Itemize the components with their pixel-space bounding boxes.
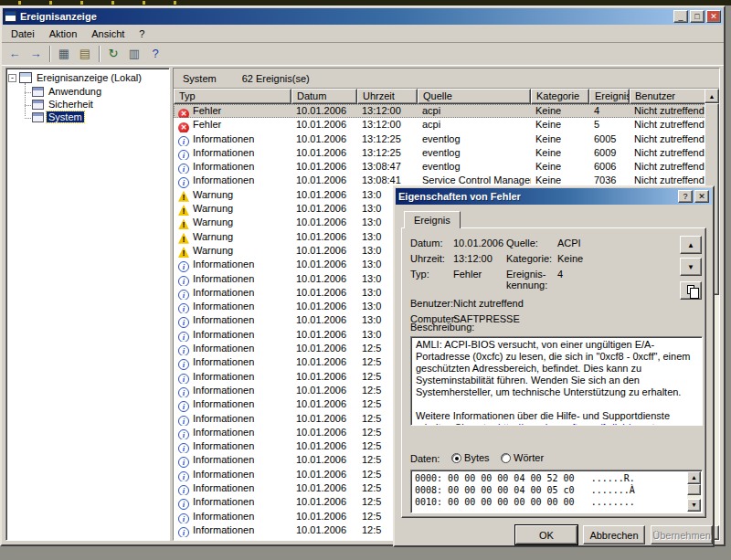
cell-datum: 10.01.2006: [291, 202, 357, 216]
cell-datum: 10.01.2006: [291, 160, 357, 174]
menu-datei[interactable]: Datei: [4, 26, 42, 41]
uhrzeit-label: Uhrzeit:: [410, 253, 445, 264]
toolbar-help-button[interactable]: ?: [145, 44, 165, 64]
menu-aktion[interactable]: Aktion: [42, 26, 85, 41]
sidebar-item-system[interactable]: System: [21, 111, 169, 123]
cell-uhrzeit: 13:12:00: [357, 118, 418, 132]
info-icon: i: [178, 317, 189, 327]
dialog-titlebar[interactable]: Eigenschaften von Fehler ? ✕: [396, 188, 712, 205]
radio-woerter-icon[interactable]: [501, 453, 511, 463]
cell-ereignis: 6006: [589, 160, 630, 174]
info-icon: i: [178, 177, 189, 187]
menu-help[interactable]: ?: [132, 26, 152, 41]
cell-datum: 10.01.2006: [291, 439, 357, 453]
cell-datum: 10.01.2006: [291, 313, 357, 327]
copy-to-clipboard-button[interactable]: [680, 281, 702, 300]
kategorie-label: Kategorie:: [506, 253, 552, 264]
column-header-uhrzeit[interactable]: Uhrzeit: [357, 89, 418, 104]
cell-kategorie: Keine: [531, 146, 589, 160]
close-button[interactable]: ✕: [706, 10, 721, 23]
hex-scrollbar[interactable]: ▲ ▼: [687, 471, 701, 512]
toolbar-export-list-button[interactable]: ▥: [124, 44, 144, 64]
cell-datum: 10.01.2006: [291, 104, 357, 118]
event-row[interactable]: iInformationen10.01.200613:08:47eventlog…: [174, 160, 719, 174]
cancel-button[interactable]: Abbrechen: [583, 525, 645, 544]
hex-scroll-down-icon[interactable]: ▼: [687, 499, 701, 512]
event-row[interactable]: ✕Fehler10.01.200613:12:00acpiKeine5Nicht…: [174, 118, 719, 132]
hex-scroll-up-icon[interactable]: ▲: [687, 471, 701, 484]
dialog-close-button[interactable]: ✕: [694, 190, 709, 203]
tab-ereignis[interactable]: Ereignis: [404, 211, 461, 228]
info-icon: i: [178, 499, 189, 509]
event-type-label: Warnung: [193, 203, 233, 214]
cell-datum: 10.01.2006: [291, 272, 357, 286]
scroll-up-icon[interactable]: ▲: [705, 89, 719, 103]
info-icon: i: [178, 485, 189, 495]
window-titlebar[interactable]: Ereignisanzeige _ □ ✕: [3, 8, 723, 25]
previous-event-button[interactable]: ▲: [680, 236, 702, 254]
column-header-kategorie[interactable]: Kategorie: [531, 89, 589, 104]
radio-bytes[interactable]: Bytes: [451, 452, 490, 463]
column-header-quelle[interactable]: Quelle: [418, 89, 531, 104]
sidebar-item-ereignisanzeige-lokal[interactable]: - Ereignisanzeige (Lokal): [6, 70, 169, 85]
menu-ansicht[interactable]: Ansicht: [84, 26, 132, 41]
event-row[interactable]: iInformationen10.01.200613:12:25eventlog…: [174, 146, 719, 160]
cell-typ: !Warnung: [174, 244, 291, 258]
cell-typ: iInformationen: [174, 286, 291, 300]
minimize-button[interactable]: _: [673, 10, 688, 23]
cell-datum: 10.01.2006: [291, 426, 357, 439]
cell-typ: iInformationen: [174, 510, 291, 523]
cell-typ: iInformationen: [174, 342, 291, 355]
cell-typ: iInformationen: [174, 384, 291, 397]
column-header-typ[interactable]: Typ: [174, 89, 291, 104]
info-icon: i: [178, 290, 189, 300]
result-item-count: 62 Ereignis(se): [242, 73, 310, 84]
benutzer-value: Nicht zutreffend: [453, 298, 524, 309]
column-header-benutzer[interactable]: Benutzer: [630, 89, 707, 104]
cell-typ: iInformationen: [174, 258, 291, 271]
cell-datum: 10.01.2006: [291, 244, 357, 258]
tree-expander-icon[interactable]: -: [8, 74, 16, 82]
cell-datum: 10.01.2006: [291, 384, 357, 397]
toolbar-forward-button[interactable]: →: [26, 44, 46, 64]
cell-quelle: acpi: [418, 118, 531, 132]
cell-typ: iInformationen: [174, 439, 291, 453]
cell-typ: !Warnung: [174, 216, 291, 229]
event-row[interactable]: ✕Fehler10.01.200613:12:00acpiKeine4Nicht…: [174, 104, 719, 118]
sidebar-item-anwendung[interactable]: Anwendung: [21, 85, 169, 98]
info-icon: i: [178, 527, 189, 537]
warning-icon: !: [178, 247, 189, 258]
hex-scrollbar-thumb[interactable]: [687, 484, 701, 495]
cell-datum: 10.01.2006: [291, 328, 357, 342]
toolbar-refresh-button[interactable]: ↻: [103, 44, 123, 64]
column-header-datum[interactable]: Datum: [291, 89, 357, 104]
cell-datum: 10.01.2006: [291, 481, 357, 495]
quelle-value: ACPI: [557, 238, 581, 248]
event-type-label: Informationen: [193, 511, 254, 522]
toolbar-properties-button[interactable]: ▤: [75, 44, 95, 64]
desktop: Ereignisanzeige _ □ ✕ DateiAktionAnsicht…: [0, 0, 731, 560]
column-header-ereignis[interactable]: Ereignis: [589, 89, 630, 104]
ok-button[interactable]: OK: [515, 525, 577, 544]
datum-label: Datum:: [410, 238, 442, 248]
event-row[interactable]: iInformationen10.01.200613:12:25eventlog…: [174, 132, 719, 146]
dialog-help-button[interactable]: ?: [678, 190, 693, 203]
cell-typ: iInformationen: [174, 174, 291, 187]
cell-typ: iInformationen: [174, 300, 291, 313]
info-icon: i: [178, 457, 189, 467]
event-type-label: Warnung: [193, 245, 233, 256]
cell-benutzer: Nicht zutreffend: [630, 118, 707, 132]
toolbar-show-tree-button[interactable]: ▦: [54, 44, 74, 64]
cell-datum: 10.01.2006: [291, 118, 357, 132]
toolbar-back-button[interactable]: ←: [5, 44, 25, 64]
events-link[interactable]: http://go.microsoft.com/fwlink/events.as…: [498, 422, 679, 426]
apply-button[interactable]: Übernehmen: [651, 525, 713, 544]
daten-label: Daten:: [410, 453, 440, 464]
maximize-button[interactable]: □: [690, 10, 705, 23]
radio-woerter[interactable]: Wörter: [501, 452, 544, 463]
sidebar-item-sicherheit[interactable]: Sicherheit: [21, 98, 169, 111]
next-event-button[interactable]: ▼: [680, 258, 702, 276]
cell-datum: 10.01.2006: [291, 355, 357, 369]
list-column-headers: TypDatumUhrzeitQuelleKategorieEreignisBe…: [174, 89, 719, 104]
radio-bytes-icon[interactable]: [451, 453, 461, 463]
